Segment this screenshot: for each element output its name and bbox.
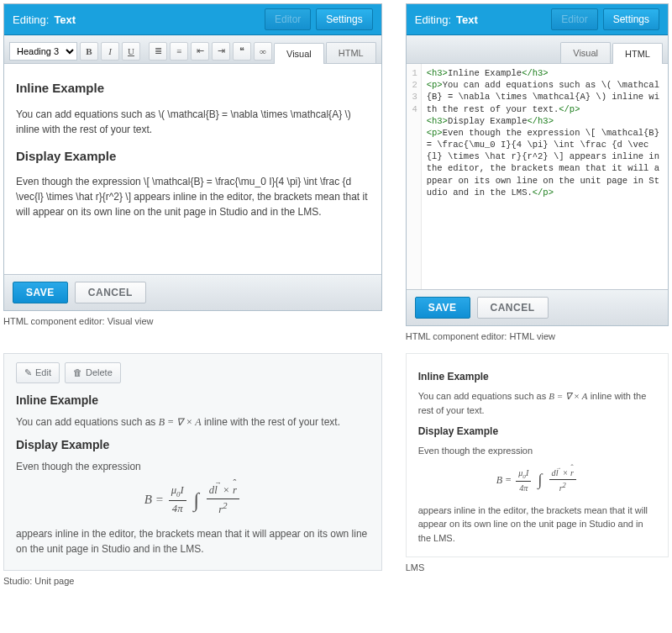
outdent-icon[interactable]: ⇤: [191, 42, 209, 61]
caption-visual: HTML component editor: Visual view: [3, 316, 382, 326]
paragraph-inline: You can add equations such as B = ∇ × A …: [16, 414, 370, 430]
settings-tab-button[interactable]: Settings: [603, 8, 659, 30]
bold-icon[interactable]: B: [80, 42, 98, 61]
blockquote-icon[interactable]: ❝: [233, 42, 251, 61]
tab-html[interactable]: HTML: [612, 43, 663, 64]
format-select[interactable]: Heading 3: [9, 42, 77, 61]
heading-inline: Inline Example: [16, 79, 370, 98]
studio-preview: ✎Edit 🗑Delete Inline Example You can add…: [3, 353, 382, 571]
italic-icon[interactable]: I: [101, 42, 119, 61]
heading-display: Display Example: [16, 147, 370, 166]
caption-html: HTML component editor: HTML view: [406, 331, 669, 341]
paragraph-inline: You can add equations such as \( \mathca…: [16, 107, 370, 137]
inline-equation: B = ∇ × A: [159, 416, 202, 428]
link-icon[interactable]: ∞: [254, 42, 272, 61]
underline-icon[interactable]: U: [122, 42, 140, 61]
html-editor-body[interactable]: 1234 <h3>Inline Example</h3><p>You can a…: [407, 64, 668, 289]
cancel-button[interactable]: CANCEL: [477, 297, 549, 319]
display-equation: B = μ0I4π ∫ dl × rr2: [418, 467, 656, 495]
component-title: Text: [456, 13, 478, 26]
tab-visual[interactable]: Visual: [274, 43, 324, 64]
paragraph-display-pre: Even though the expression: [16, 459, 370, 474]
indent-icon[interactable]: ⇥: [212, 42, 230, 61]
paragraph-display-pre: Even though the expression: [418, 444, 656, 458]
pencil-icon: ✎: [24, 366, 32, 380]
delete-button[interactable]: 🗑Delete: [65, 362, 121, 383]
formatting-toolbar: Heading 3 B I U ≣ ≡ ⇤ ⇥ ❝ ∞ Visual HTML: [4, 35, 381, 64]
html-editor-window: Editing: Text Editor Settings Visual HTM…: [406, 3, 669, 326]
caption-studio: Studio: Unit page: [3, 576, 382, 586]
lms-preview: Inline Example You can add equations suc…: [406, 353, 669, 557]
save-button[interactable]: SAVE: [415, 297, 470, 319]
heading-inline: Inline Example: [418, 369, 656, 384]
visual-editor-window: Editing: Text Editor Settings Heading 3 …: [3, 3, 382, 311]
paragraph-inline: You can add equations such as B = ∇ × A …: [418, 389, 656, 417]
caption-lms: LMS: [406, 562, 669, 572]
settings-tab-button[interactable]: Settings: [316, 8, 372, 30]
formatting-toolbar: Visual HTML: [407, 35, 668, 64]
edit-button[interactable]: ✎Edit: [16, 362, 60, 383]
line-gutter: 1234: [407, 64, 422, 289]
heading-display: Display Example: [16, 436, 370, 454]
display-equation: B = μ0I4π ∫ dl × rr2: [16, 483, 370, 519]
tab-visual[interactable]: Visual: [560, 42, 611, 63]
editor-tab-button[interactable]: Editor: [265, 8, 311, 30]
editor-header: Editing: Text Editor Settings: [407, 4, 668, 35]
cancel-button[interactable]: CANCEL: [75, 282, 146, 303]
paragraph-display-post: appears inline in the editor, the bracke…: [418, 504, 656, 546]
trash-icon: 🗑: [73, 366, 82, 380]
heading-display: Display Example: [418, 424, 656, 439]
visual-editor-body[interactable]: Inline Example You can add equations suc…: [4, 64, 381, 274]
save-button[interactable]: SAVE: [13, 282, 68, 303]
heading-inline: Inline Example: [16, 392, 370, 409]
inline-equation: B = ∇ × A: [549, 391, 587, 401]
paragraph-display: Even though the expression \[ \mathcal{B…: [16, 174, 370, 219]
editor-footer: SAVE CANCEL: [4, 274, 381, 310]
paragraph-display-post: appears inline in the editor, the bracke…: [16, 526, 370, 557]
editor-header: Editing: Text Editor Settings: [4, 4, 381, 35]
editor-tab-button[interactable]: Editor: [551, 8, 597, 30]
editing-label: Editing:: [415, 13, 451, 26]
bullet-list-icon[interactable]: ≣: [149, 42, 167, 61]
code-lines: <h3>Inline Example</h3><p>You can add eq…: [422, 64, 668, 289]
component-title: Text: [54, 13, 76, 26]
tab-html[interactable]: HTML: [326, 42, 376, 63]
number-list-icon[interactable]: ≡: [170, 42, 188, 61]
editor-footer: SAVE CANCEL: [407, 289, 668, 325]
editing-label: Editing:: [13, 13, 49, 26]
